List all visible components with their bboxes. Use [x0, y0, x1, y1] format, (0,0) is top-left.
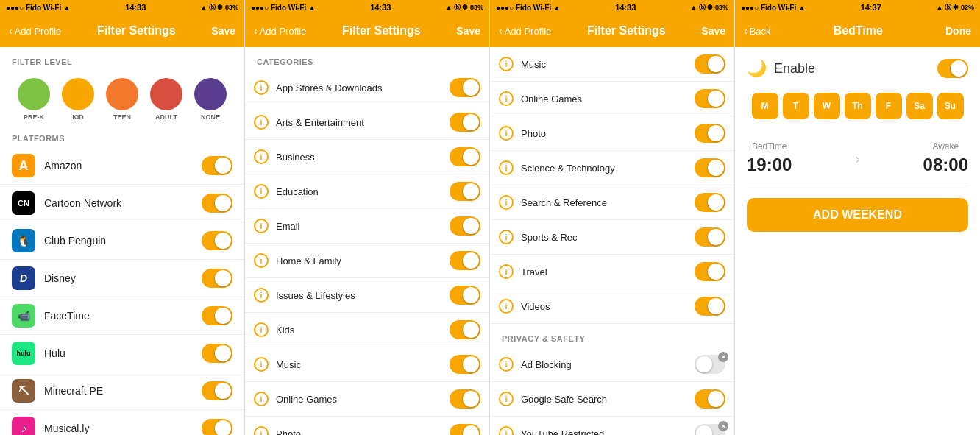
amazon-toggle[interactable]	[202, 156, 232, 175]
time-row: BedTime 19:00 › Awake 08:00	[747, 134, 968, 183]
enable-label: Enable	[774, 61, 815, 77]
chevron-left-icon-2: ‹	[254, 25, 258, 37]
info-icon-ad-blocking[interactable]: i	[499, 357, 514, 372]
info-icon-videos-3[interactable]: i	[499, 299, 514, 314]
filter-none[interactable]: NONE	[194, 78, 227, 121]
nav-bar-4: ‹ Back BedTime Done	[735, 15, 980, 47]
add-weekend-button[interactable]: ADD WEEKEND	[747, 198, 968, 232]
cat-home-family-toggle[interactable]	[450, 251, 480, 270]
cat3-travel-toggle[interactable]	[695, 262, 725, 281]
info-icon-business[interactable]: i	[254, 149, 269, 164]
day-mon[interactable]: M	[752, 93, 778, 119]
disney-icon: D	[12, 266, 35, 290]
filter-kid[interactable]: KID	[62, 78, 94, 121]
google-safe-toggle[interactable]	[695, 389, 725, 409]
cat-arts-toggle[interactable]	[450, 113, 480, 132]
day-thu[interactable]: Th	[845, 93, 871, 119]
minecraft-toggle[interactable]	[202, 381, 232, 400]
filter-teen[interactable]: TEEN	[106, 78, 138, 121]
nav-back-2[interactable]: ‹ Add Profile	[254, 25, 306, 37]
info-icon-arts[interactable]: i	[254, 115, 269, 130]
nav-save-3[interactable]: Save	[701, 25, 725, 37]
google-safe-label: Google Safe Search	[521, 394, 695, 405]
filter-prek[interactable]: PRE-K	[18, 78, 50, 121]
platform-facetime: 📹 FaceTime	[0, 297, 244, 335]
day-sat[interactable]: Sa	[906, 93, 933, 119]
info-icon-music-3[interactable]: i	[499, 57, 514, 71]
filter-level-header: FILTER LEVEL	[0, 47, 244, 71]
info-icon-travel-3[interactable]: i	[499, 264, 514, 279]
panel-3: ●●●○ Fido Wi-Fi ▲ 14:33 ▲ ⓑ ✱ 83% ‹ Add …	[490, 0, 735, 435]
cat-music-toggle[interactable]	[450, 355, 480, 374]
nav-save-2[interactable]: Save	[456, 25, 480, 37]
cat3-sports-toggle[interactable]	[695, 227, 725, 247]
hulu-icon: hulu	[12, 342, 35, 365]
info-icon-online-games[interactable]: i	[254, 392, 269, 406]
day-sun[interactable]: Su	[937, 93, 964, 119]
info-icon-google-safe[interactable]: i	[499, 392, 514, 406]
cat3-photo-toggle[interactable]	[695, 124, 725, 143]
cat3-search-toggle[interactable]	[695, 193, 725, 212]
cat3-photo: i Photo	[490, 116, 734, 151]
info-icon-kids[interactable]: i	[254, 322, 269, 337]
cat-online-games-toggle[interactable]	[450, 389, 480, 409]
musically-icon: ♪	[12, 417, 35, 435]
nav-back-3[interactable]: ‹ Add Profile	[499, 25, 551, 37]
enable-toggle[interactable]	[937, 59, 968, 78]
nav-back-1[interactable]: ‹ Add Profile	[9, 25, 61, 37]
prek-circle	[18, 78, 50, 110]
cat3-music-toggle[interactable]	[695, 54, 725, 74]
info-icon-search-3[interactable]: i	[499, 195, 514, 210]
info-icon-photo-3[interactable]: i	[499, 126, 514, 141]
day-wed[interactable]: W	[814, 93, 840, 119]
info-icon-science-3[interactable]: i	[499, 160, 514, 175]
musically-toggle[interactable]	[202, 419, 232, 435]
info-icon-issues[interactable]: i	[254, 288, 269, 303]
nav-done-4[interactable]: Done	[945, 25, 971, 37]
info-icon-sports-3[interactable]: i	[499, 230, 514, 244]
youtube-label: YouTube Restricted	[521, 428, 695, 436]
info-icon-education[interactable]: i	[254, 184, 269, 199]
cat3-science-toggle[interactable]	[695, 158, 725, 177]
filter-adult[interactable]: ADULT	[150, 78, 182, 121]
cat-app-stores-toggle[interactable]	[450, 78, 480, 97]
cat-education-toggle[interactable]	[450, 182, 480, 201]
facetime-icon: 📹	[12, 304, 35, 328]
disney-label: Disney	[44, 272, 202, 284]
bedtime-col-label: BedTime	[747, 141, 792, 152]
disney-toggle[interactable]	[202, 269, 232, 288]
facetime-toggle[interactable]	[202, 306, 232, 325]
info-icon-online-games-3[interactable]: i	[499, 91, 514, 106]
panel-1-content: FILTER LEVEL PRE-K KID TEEN ADULT NONE	[0, 47, 244, 435]
info-icon-email[interactable]: i	[254, 219, 269, 233]
cat-email-label: Email	[276, 221, 450, 232]
cat-issues-toggle[interactable]	[450, 286, 480, 305]
cat-email-toggle[interactable]	[450, 216, 480, 236]
nav-save-1[interactable]: Save	[211, 25, 235, 37]
bedtime-value[interactable]: 19:00	[747, 155, 792, 175]
day-tue[interactable]: T	[783, 93, 809, 119]
cat-business-toggle[interactable]	[450, 147, 480, 166]
cat3-online-games-toggle[interactable]	[695, 89, 725, 108]
cat-photo-toggle[interactable]	[450, 424, 480, 435]
cartoon-toggle[interactable]	[202, 194, 232, 213]
awake-value[interactable]: 08:00	[923, 155, 968, 175]
info-icon-youtube[interactable]: i	[499, 426, 514, 435]
info-icon-photo[interactable]: i	[254, 426, 269, 435]
info-icon-home-family[interactable]: i	[254, 253, 269, 268]
hulu-toggle[interactable]	[202, 344, 232, 363]
info-icon-app-stores[interactable]: i	[254, 80, 269, 95]
youtube-x-badge: ✕	[718, 421, 728, 431]
panel-3-content: i Music i Online Games i Photo i Science…	[490, 47, 734, 435]
privacy-ad-blocking: i Ad Blocking ✕	[490, 347, 734, 382]
cat3-videos-toggle[interactable]	[695, 297, 725, 316]
info-icon-music[interactable]: i	[254, 357, 269, 372]
day-fri[interactable]: F	[876, 93, 902, 119]
clubpenguin-toggle[interactable]	[202, 231, 232, 250]
chevron-left-icon-3: ‹	[499, 25, 503, 37]
cat-kids-toggle[interactable]	[450, 320, 480, 339]
time-chevron-icon: ›	[855, 150, 860, 167]
nav-back-4[interactable]: ‹ Back	[744, 25, 771, 37]
nav-back-label-3: Add Profile	[505, 26, 552, 37]
status-time-2: 14:33	[370, 3, 391, 12]
